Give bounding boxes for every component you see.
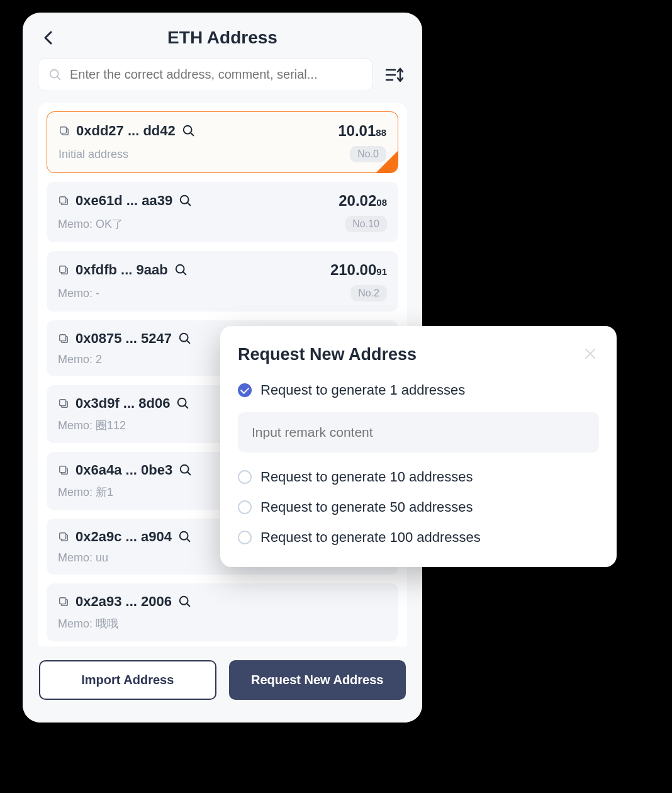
address-text: 0x2a93 ... 2006 <box>76 593 172 610</box>
magnify-icon[interactable] <box>176 396 190 410</box>
svg-rect-20 <box>60 533 66 539</box>
balance-value: 20.0208 <box>339 192 387 210</box>
modal-title: Request New Address <box>238 345 417 364</box>
memo-text: Memo: uu <box>58 551 108 565</box>
copy-icon[interactable] <box>58 596 69 607</box>
svg-rect-14 <box>60 400 66 406</box>
remark-field[interactable] <box>238 412 599 453</box>
copy-icon[interactable] <box>58 195 69 206</box>
copy-icon[interactable] <box>58 464 69 476</box>
copy-icon[interactable] <box>58 531 69 543</box>
address-text: 0x2a9c ... a904 <box>76 529 172 545</box>
request-new-address-modal: Request New Address Request to generate … <box>220 326 617 567</box>
copy-icon[interactable] <box>59 125 70 137</box>
option-label: Request to generate 10 addresses <box>260 469 473 485</box>
search-icon <box>48 68 62 82</box>
search-row <box>23 58 422 103</box>
address-text: 0x0875 ... 5247 <box>76 330 172 347</box>
address-text: 0xe61d ... aa39 <box>76 193 172 209</box>
svg-rect-2 <box>60 127 67 133</box>
modal-header: Request New Address <box>238 345 599 364</box>
balance-value: 10.0188 <box>338 122 386 140</box>
option-label: Request to generate 100 addresses <box>260 529 481 546</box>
generate-option[interactable]: Request to generate 1 addresses <box>238 382 599 398</box>
sort-icon <box>385 67 404 83</box>
balance-value: 210.0091 <box>330 261 387 279</box>
address-text: 0x6a4a ... 0be3 <box>76 462 172 478</box>
generate-option[interactable]: Request to generate 10 addresses <box>238 469 599 485</box>
radio-icon <box>238 500 252 514</box>
sort-button[interactable] <box>382 62 407 87</box>
header: ETH Address <box>23 13 422 58</box>
radio-icon <box>238 383 252 397</box>
copy-icon[interactable] <box>58 398 69 409</box>
svg-rect-5 <box>60 197 66 203</box>
option-label: Request to generate 50 addresses <box>260 499 473 515</box>
address-text: 0x3d9f ... 8d06 <box>76 395 170 412</box>
address-text: 0xfdfb ... 9aab <box>76 262 168 278</box>
magnify-icon[interactable] <box>178 595 192 609</box>
address-card[interactable]: 0xe61d ... aa3920.0208Memo: OK了No.10 <box>47 182 398 242</box>
memo-text: Memo: OK了 <box>58 217 123 232</box>
memo-text: Initial address <box>59 148 128 161</box>
magnify-icon[interactable] <box>182 124 196 138</box>
magnify-icon[interactable] <box>178 530 192 544</box>
address-card[interactable]: 0xfdfb ... 9aab210.0091Memo: -No.2 <box>47 251 398 312</box>
address-text: 0xdd27 ... dd42 <box>76 123 176 139</box>
serial-badge: No.10 <box>345 216 387 232</box>
memo-text: Memo: 新1 <box>58 485 113 500</box>
memo-text: Memo: 圈112 <box>58 418 126 433</box>
copy-icon[interactable] <box>58 333 69 344</box>
chevron-left-icon <box>43 31 52 45</box>
selected-corner-icon <box>376 151 398 172</box>
memo-text: Memo: 2 <box>58 353 102 366</box>
radio-icon <box>238 470 252 484</box>
address-card[interactable]: 0xdd27 ... dd4210.0188Initial addressNo.… <box>47 111 398 173</box>
svg-rect-8 <box>60 266 66 273</box>
svg-rect-23 <box>60 598 66 604</box>
svg-rect-17 <box>60 466 66 473</box>
back-button[interactable] <box>38 28 58 48</box>
magnify-icon[interactable] <box>174 263 188 277</box>
page-title: ETH Address <box>58 28 387 48</box>
import-address-button[interactable]: Import Address <box>39 660 216 700</box>
magnify-icon[interactable] <box>179 194 193 208</box>
search-input[interactable] <box>70 67 362 82</box>
search-box[interactable] <box>38 58 373 91</box>
request-new-address-button[interactable]: Request New Address <box>229 660 406 700</box>
footer-actions: Import Address Request New Address <box>23 646 422 723</box>
address-card[interactable]: 0x2a93 ... 2006Memo: 哦哦 <box>47 583 398 641</box>
remark-input[interactable] <box>252 425 585 440</box>
memo-text: Memo: 哦哦 <box>58 616 118 631</box>
copy-icon[interactable] <box>58 264 69 276</box>
radio-icon <box>238 531 252 544</box>
close-icon <box>584 347 596 360</box>
generate-option[interactable]: Request to generate 100 addresses <box>238 529 599 546</box>
magnify-icon[interactable] <box>178 332 192 346</box>
memo-text: Memo: - <box>58 287 99 300</box>
option-label: Request to generate 1 addresses <box>260 382 465 398</box>
magnify-icon[interactable] <box>179 463 193 477</box>
modal-close-button[interactable] <box>584 347 599 363</box>
serial-badge: No.2 <box>350 285 387 301</box>
generate-option[interactable]: Request to generate 50 addresses <box>238 499 599 515</box>
svg-rect-11 <box>60 335 66 341</box>
